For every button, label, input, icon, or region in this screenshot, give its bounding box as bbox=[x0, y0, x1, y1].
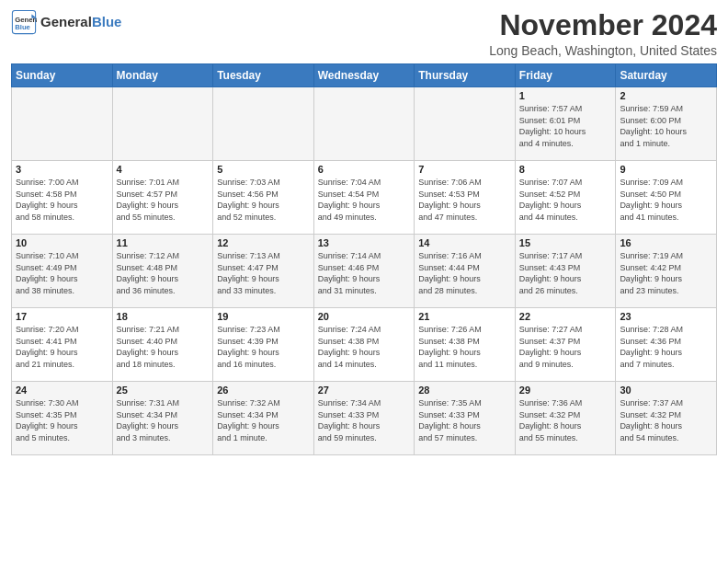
day-info: Sunrise: 7:13 AMSunset: 4:47 PMDaylight:… bbox=[217, 250, 310, 296]
calendar-week-3: 17Sunrise: 7:20 AMSunset: 4:41 PMDayligh… bbox=[12, 308, 717, 382]
day-info: Sunrise: 7:26 AMSunset: 4:38 PMDaylight:… bbox=[418, 324, 511, 370]
calendar-cell: 24Sunrise: 7:30 AMSunset: 4:35 PMDayligh… bbox=[12, 382, 113, 455]
day-number: 23 bbox=[620, 311, 712, 322]
location: Long Beach, Washington, United States bbox=[489, 43, 717, 58]
calendar-cell: 8Sunrise: 7:07 AMSunset: 4:52 PMDaylight… bbox=[515, 161, 616, 235]
col-friday: Friday bbox=[515, 64, 616, 87]
calendar-cell: 1Sunrise: 7:57 AMSunset: 6:01 PMDaylight… bbox=[515, 87, 616, 161]
col-sunday: Sunday bbox=[12, 64, 113, 87]
calendar-cell: 5Sunrise: 7:03 AMSunset: 4:56 PMDaylight… bbox=[213, 161, 314, 235]
day-info: Sunrise: 7:57 AMSunset: 6:01 PMDaylight:… bbox=[519, 103, 612, 149]
calendar-cell bbox=[313, 87, 415, 161]
logo: General Blue GeneralBlue bbox=[11, 9, 121, 35]
day-number: 25 bbox=[117, 385, 210, 396]
day-number: 22 bbox=[519, 311, 612, 322]
calendar-cell: 21Sunrise: 7:26 AMSunset: 4:38 PMDayligh… bbox=[415, 308, 516, 382]
day-number: 3 bbox=[16, 164, 108, 175]
calendar-cell bbox=[213, 87, 314, 161]
page-container: General Blue GeneralBlue November 2024 L… bbox=[0, 0, 728, 461]
day-info: Sunrise: 7:14 AMSunset: 4:46 PMDaylight:… bbox=[318, 250, 411, 296]
calendar-cell: 7Sunrise: 7:06 AMSunset: 4:53 PMDaylight… bbox=[415, 161, 516, 235]
header-row: Sunday Monday Tuesday Wednesday Thursday… bbox=[12, 64, 717, 87]
day-info: Sunrise: 7:10 AMSunset: 4:49 PMDaylight:… bbox=[16, 250, 108, 296]
day-number: 20 bbox=[318, 311, 411, 322]
day-info: Sunrise: 7:09 AMSunset: 4:50 PMDaylight:… bbox=[620, 177, 712, 223]
day-info: Sunrise: 7:01 AMSunset: 4:57 PMDaylight:… bbox=[117, 177, 210, 223]
calendar-cell: 13Sunrise: 7:14 AMSunset: 4:46 PMDayligh… bbox=[313, 235, 415, 308]
col-wednesday: Wednesday bbox=[313, 64, 415, 87]
day-info: Sunrise: 7:24 AMSunset: 4:38 PMDaylight:… bbox=[318, 324, 411, 370]
calendar-cell: 26Sunrise: 7:32 AMSunset: 4:34 PMDayligh… bbox=[213, 382, 314, 455]
calendar-cell bbox=[12, 87, 113, 161]
calendar-cell: 11Sunrise: 7:12 AMSunset: 4:48 PMDayligh… bbox=[112, 235, 213, 308]
day-number: 27 bbox=[318, 385, 411, 396]
day-info: Sunrise: 7:12 AMSunset: 4:48 PMDaylight:… bbox=[117, 250, 210, 296]
day-info: Sunrise: 7:16 AMSunset: 4:44 PMDaylight:… bbox=[418, 250, 511, 296]
day-number: 18 bbox=[117, 311, 210, 322]
calendar-week-1: 3Sunrise: 7:00 AMSunset: 4:58 PMDaylight… bbox=[12, 161, 717, 235]
logo-line1: General bbox=[40, 14, 92, 29]
calendar-cell: 3Sunrise: 7:00 AMSunset: 4:58 PMDaylight… bbox=[12, 161, 113, 235]
calendar-cell: 30Sunrise: 7:37 AMSunset: 4:32 PMDayligh… bbox=[616, 382, 717, 455]
calendar-cell: 22Sunrise: 7:27 AMSunset: 4:37 PMDayligh… bbox=[515, 308, 616, 382]
title-block: November 2024 Long Beach, Washington, Un… bbox=[489, 9, 717, 58]
day-info: Sunrise: 7:06 AMSunset: 4:53 PMDaylight:… bbox=[418, 177, 511, 223]
calendar-cell: 12Sunrise: 7:13 AMSunset: 4:47 PMDayligh… bbox=[213, 235, 314, 308]
day-info: Sunrise: 7:27 AMSunset: 4:37 PMDaylight:… bbox=[519, 324, 612, 370]
col-monday: Monday bbox=[112, 64, 213, 87]
calendar-cell bbox=[112, 87, 213, 161]
day-number: 8 bbox=[519, 164, 612, 175]
day-number: 2 bbox=[620, 90, 712, 101]
col-thursday: Thursday bbox=[415, 64, 516, 87]
day-info: Sunrise: 7:17 AMSunset: 4:43 PMDaylight:… bbox=[519, 250, 612, 296]
calendar-cell: 16Sunrise: 7:19 AMSunset: 4:42 PMDayligh… bbox=[616, 235, 717, 308]
day-info: Sunrise: 7:37 AMSunset: 4:32 PMDaylight:… bbox=[620, 397, 712, 443]
calendar-cell: 23Sunrise: 7:28 AMSunset: 4:36 PMDayligh… bbox=[616, 308, 717, 382]
day-number: 6 bbox=[318, 164, 411, 175]
day-info: Sunrise: 7:19 AMSunset: 4:42 PMDaylight:… bbox=[620, 250, 712, 296]
calendar-table: Sunday Monday Tuesday Wednesday Thursday… bbox=[11, 63, 717, 455]
calendar-cell: 14Sunrise: 7:16 AMSunset: 4:44 PMDayligh… bbox=[415, 235, 516, 308]
day-info: Sunrise: 7:32 AMSunset: 4:34 PMDaylight:… bbox=[217, 397, 310, 443]
day-number: 15 bbox=[519, 237, 612, 248]
logo-text: GeneralBlue bbox=[40, 14, 121, 30]
logo-icon: General Blue bbox=[11, 9, 37, 35]
calendar-cell: 15Sunrise: 7:17 AMSunset: 4:43 PMDayligh… bbox=[515, 235, 616, 308]
day-number: 10 bbox=[16, 237, 108, 248]
day-number: 29 bbox=[519, 385, 612, 396]
header: General Blue GeneralBlue November 2024 L… bbox=[11, 9, 717, 58]
day-number: 13 bbox=[318, 237, 411, 248]
day-number: 9 bbox=[620, 164, 712, 175]
day-info: Sunrise: 7:59 AMSunset: 6:00 PMDaylight:… bbox=[620, 103, 712, 149]
calendar-cell: 19Sunrise: 7:23 AMSunset: 4:39 PMDayligh… bbox=[213, 308, 314, 382]
day-number: 24 bbox=[16, 385, 108, 396]
logo-line2: Blue bbox=[92, 14, 122, 29]
calendar-cell: 29Sunrise: 7:36 AMSunset: 4:32 PMDayligh… bbox=[515, 382, 616, 455]
day-number: 16 bbox=[620, 237, 712, 248]
day-number: 19 bbox=[217, 311, 310, 322]
calendar-cell: 28Sunrise: 7:35 AMSunset: 4:33 PMDayligh… bbox=[415, 382, 516, 455]
day-info: Sunrise: 7:04 AMSunset: 4:54 PMDaylight:… bbox=[318, 177, 411, 223]
calendar-cell: 27Sunrise: 7:34 AMSunset: 4:33 PMDayligh… bbox=[313, 382, 415, 455]
day-number: 5 bbox=[217, 164, 310, 175]
day-info: Sunrise: 7:23 AMSunset: 4:39 PMDaylight:… bbox=[217, 324, 310, 370]
calendar-week-2: 10Sunrise: 7:10 AMSunset: 4:49 PMDayligh… bbox=[12, 235, 717, 308]
calendar-cell: 9Sunrise: 7:09 AMSunset: 4:50 PMDaylight… bbox=[616, 161, 717, 235]
day-info: Sunrise: 7:28 AMSunset: 4:36 PMDaylight:… bbox=[620, 324, 712, 370]
day-info: Sunrise: 7:03 AMSunset: 4:56 PMDaylight:… bbox=[217, 177, 310, 223]
col-saturday: Saturday bbox=[616, 64, 717, 87]
calendar-cell: 20Sunrise: 7:24 AMSunset: 4:38 PMDayligh… bbox=[313, 308, 415, 382]
day-info: Sunrise: 7:31 AMSunset: 4:34 PMDaylight:… bbox=[117, 397, 210, 443]
day-info: Sunrise: 7:00 AMSunset: 4:58 PMDaylight:… bbox=[16, 177, 108, 223]
day-info: Sunrise: 7:35 AMSunset: 4:33 PMDaylight:… bbox=[418, 397, 511, 443]
day-info: Sunrise: 7:21 AMSunset: 4:40 PMDaylight:… bbox=[117, 324, 210, 370]
day-info: Sunrise: 7:20 AMSunset: 4:41 PMDaylight:… bbox=[16, 324, 108, 370]
day-info: Sunrise: 7:07 AMSunset: 4:52 PMDaylight:… bbox=[519, 177, 612, 223]
calendar-cell: 6Sunrise: 7:04 AMSunset: 4:54 PMDaylight… bbox=[313, 161, 415, 235]
col-tuesday: Tuesday bbox=[213, 64, 314, 87]
day-info: Sunrise: 7:30 AMSunset: 4:35 PMDaylight:… bbox=[16, 397, 108, 443]
day-number: 4 bbox=[117, 164, 210, 175]
calendar-cell: 2Sunrise: 7:59 AMSunset: 6:00 PMDaylight… bbox=[616, 87, 717, 161]
calendar-cell: 4Sunrise: 7:01 AMSunset: 4:57 PMDaylight… bbox=[112, 161, 213, 235]
day-number: 14 bbox=[418, 237, 511, 248]
